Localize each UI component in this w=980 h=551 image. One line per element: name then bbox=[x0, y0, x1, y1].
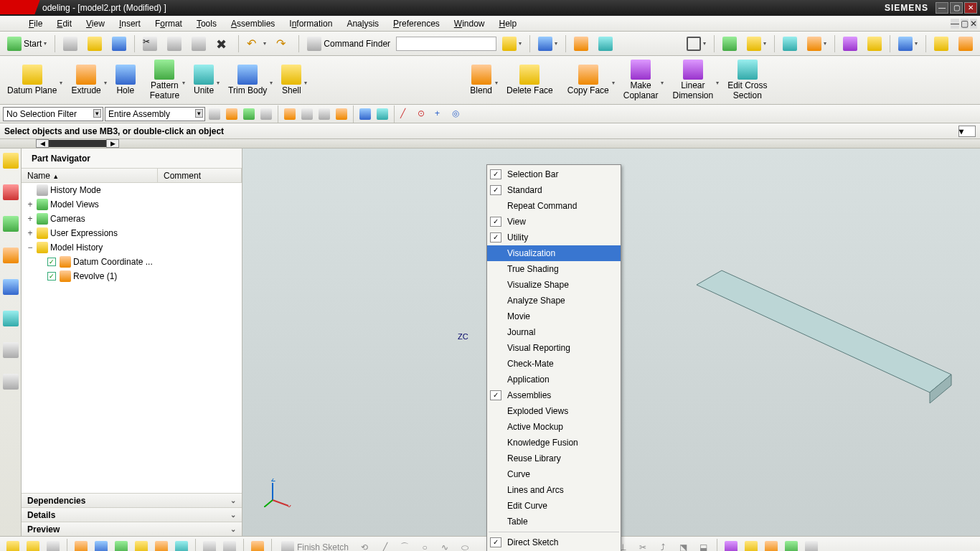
checkbox-icon[interactable]: ✓ bbox=[47, 258, 56, 266]
constraint-navigator-tab-icon[interactable] bbox=[3, 216, 19, 232]
menu-item[interactable]: ✓Utility bbox=[487, 230, 621, 245]
delete-face-button[interactable]: Delete Face bbox=[499, 59, 560, 102]
sk4-button[interactable]: ○ bbox=[416, 539, 433, 552]
b2-button[interactable] bbox=[24, 539, 42, 552]
mdi-minimize-button[interactable]: — bbox=[951, 19, 959, 29]
v8-button[interactable] bbox=[930, 35, 953, 52]
s8-button[interactable] bbox=[334, 106, 349, 122]
copy-face-button[interactable]: Copy Face▾ bbox=[560, 59, 616, 102]
tab-scroll-left[interactable]: ◀ bbox=[36, 139, 49, 148]
blend-button[interactable]: Blend▾ bbox=[463, 59, 499, 102]
tree-row[interactable]: +User Expressions bbox=[22, 226, 242, 240]
menu-item[interactable]: Curve bbox=[487, 466, 621, 482]
b8-button[interactable] bbox=[153, 539, 170, 552]
menu-file[interactable]: File bbox=[22, 17, 50, 31]
roles-tab-icon[interactable] bbox=[3, 374, 19, 390]
command-finder-input[interactable] bbox=[396, 37, 496, 51]
trim-body-button[interactable]: Trim Body▾ bbox=[221, 59, 274, 102]
s4-button[interactable] bbox=[258, 106, 274, 122]
touch-mode-button[interactable]: ▾ bbox=[534, 35, 562, 52]
u2-button[interactable] bbox=[594, 35, 617, 52]
sk12-button[interactable]: ⬓ bbox=[694, 539, 712, 552]
hd3d-tab-icon[interactable] bbox=[3, 279, 19, 295]
close-button[interactable]: ✕ bbox=[964, 2, 977, 14]
tree-row[interactable]: +Model Views bbox=[22, 197, 242, 212]
s6-button[interactable] bbox=[299, 106, 315, 122]
sk17-button[interactable] bbox=[803, 539, 820, 552]
menu-assemblies[interactable]: Assemblies bbox=[224, 17, 282, 31]
tree-row[interactable]: History Mode bbox=[22, 183, 242, 197]
new-button[interactable] bbox=[59, 35, 82, 52]
assembly-scope-dropdown[interactable]: Entire Assembly bbox=[105, 107, 205, 121]
sk10-button[interactable]: ⤴ bbox=[654, 539, 672, 552]
undo-button[interactable]: ↶▾ bbox=[242, 35, 270, 52]
s2-button[interactable] bbox=[224, 106, 240, 122]
hole-button[interactable]: Hole bbox=[108, 59, 143, 102]
menu-item[interactable]: Visualization bbox=[487, 245, 621, 261]
v5-button[interactable] bbox=[839, 35, 862, 52]
expand-icon[interactable]: − bbox=[26, 242, 34, 253]
menu-item[interactable]: Analyze Shape bbox=[487, 293, 621, 309]
selection-filter-dropdown[interactable]: No Selection Filter bbox=[3, 107, 103, 121]
expand-icon[interactable]: + bbox=[26, 199, 34, 209]
menu-item[interactable]: True Shading bbox=[487, 261, 621, 277]
menu-window[interactable]: Window bbox=[447, 17, 492, 31]
menu-item[interactable]: Lines and Arcs bbox=[487, 482, 621, 498]
menu-item[interactable]: Journal bbox=[487, 324, 621, 340]
s13-button[interactable]: + bbox=[433, 106, 448, 122]
s1-button[interactable] bbox=[207, 106, 222, 122]
command-finder-button[interactable]: Command Finder bbox=[303, 35, 395, 52]
menu-help[interactable]: Help bbox=[492, 17, 524, 31]
s14-button[interactable]: ◎ bbox=[450, 106, 466, 122]
menu-item[interactable]: Visual Reporting bbox=[487, 340, 621, 356]
tree-row[interactable]: +Cameras bbox=[22, 212, 242, 226]
expand-icon[interactable]: + bbox=[26, 228, 34, 238]
sk15-button[interactable] bbox=[763, 539, 780, 552]
b1-button[interactable] bbox=[4, 539, 22, 552]
b10-button[interactable] bbox=[201, 539, 218, 552]
u1-button[interactable] bbox=[570, 35, 593, 52]
browser-tab-icon[interactable] bbox=[3, 311, 19, 326]
b3-button[interactable] bbox=[44, 539, 62, 552]
v4-button[interactable]: ▾ bbox=[803, 35, 831, 52]
tab-scroll-right[interactable]: ▶ bbox=[106, 139, 119, 148]
save-button[interactable] bbox=[108, 35, 131, 52]
s11-button[interactable]: ╱ bbox=[398, 106, 414, 122]
menu-item[interactable]: Visualize Shape bbox=[487, 277, 621, 293]
sk13-button[interactable] bbox=[722, 539, 740, 552]
menu-item[interactable]: Reuse Library bbox=[487, 451, 621, 466]
document-tab[interactable] bbox=[49, 140, 106, 147]
cmdfinder-go-button[interactable]: ▾ bbox=[498, 35, 526, 52]
s10-button[interactable] bbox=[374, 106, 390, 122]
s9-button[interactable] bbox=[357, 106, 373, 122]
sk6-button[interactable]: ⬭ bbox=[456, 539, 473, 552]
mdi-close-button[interactable]: ✕ bbox=[970, 19, 977, 29]
unite-button[interactable]: Unite▾ bbox=[187, 59, 221, 102]
b5-button[interactable] bbox=[93, 539, 110, 552]
start-menu-button[interactable]: Start▾ bbox=[3, 35, 51, 52]
b4-button[interactable] bbox=[72, 539, 90, 552]
part-navigator-tab-icon[interactable] bbox=[3, 153, 19, 169]
menu-item[interactable]: Table bbox=[487, 514, 621, 529]
menu-insert[interactable]: Insert bbox=[112, 17, 148, 31]
sk14-button[interactable] bbox=[743, 539, 760, 552]
make-coplanar-button[interactable]: Make Coplanar▾ bbox=[616, 59, 666, 102]
menu-item[interactable]: Repeat Command bbox=[487, 198, 621, 214]
menu-item[interactable]: ✓Standard bbox=[487, 182, 621, 198]
menu-information[interactable]: Information bbox=[282, 17, 339, 31]
edit-cross-section-button[interactable]: Edit Cross Section bbox=[720, 59, 774, 102]
prompt-dropdown[interactable]: ▾ bbox=[958, 126, 976, 137]
sk2-button[interactable]: ╱ bbox=[376, 539, 393, 552]
assembly-navigator-tab-icon[interactable] bbox=[3, 184, 19, 200]
sk1-button[interactable]: ⟲ bbox=[356, 539, 373, 552]
open-button[interactable] bbox=[83, 35, 106, 52]
redo-button[interactable]: ↷ bbox=[272, 35, 295, 52]
s7-button[interactable] bbox=[316, 106, 332, 122]
v9-button[interactable] bbox=[954, 35, 977, 52]
cut-button[interactable]: ✂ bbox=[138, 35, 161, 52]
s3-button[interactable] bbox=[241, 106, 257, 122]
menu-item[interactable]: ✓Direct Sketch bbox=[487, 534, 621, 550]
history-tab-icon[interactable] bbox=[3, 342, 19, 358]
menu-item[interactable]: Active Mockup bbox=[487, 419, 621, 435]
menu-preferences[interactable]: Preferences bbox=[386, 17, 447, 31]
